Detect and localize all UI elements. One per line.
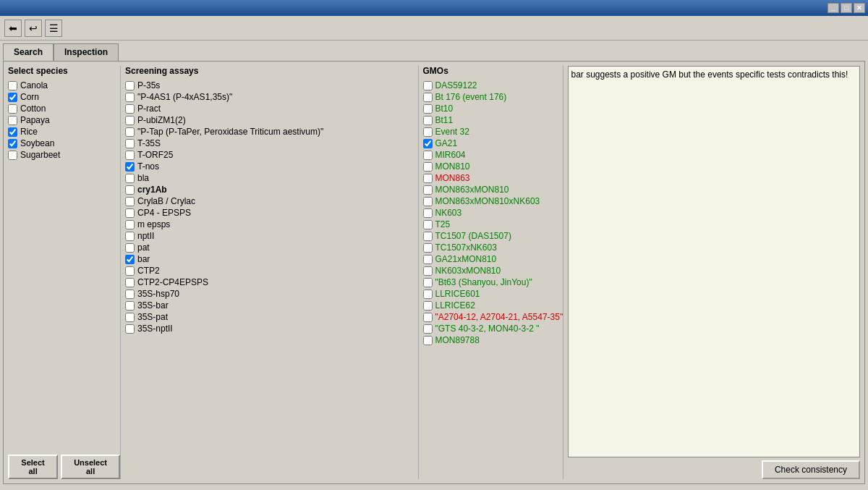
assay-checkbox-0[interactable] [125,81,135,90]
assay-checkbox-12[interactable] [125,220,135,229]
assay-checkbox-17[interactable] [125,278,135,287]
assay-checkbox-13[interactable] [125,232,135,241]
gmo-checkbox-7[interactable] [423,162,433,172]
species-label-1: Corn [20,92,39,102]
gmo-checkbox-20[interactable] [423,313,433,322]
gmo-checkbox-16[interactable] [423,266,433,276]
gmo-checkbox-19[interactable] [423,301,433,311]
gmo-checkbox-10[interactable] [423,197,433,206]
tab-search[interactable]: Search [3,43,54,61]
assay-checkbox-9[interactable] [125,185,135,195]
gmo-label-20: "A2704-12, A2704-21, A5547-35" [435,312,563,322]
assay-item: nptII [125,231,418,241]
gmo-checkbox-6[interactable] [423,151,433,160]
minimize-button[interactable]: _ [827,3,839,13]
refresh-button[interactable]: ↩ [25,20,42,37]
assay-item: CrylaB / Crylac [125,196,418,206]
species-label-4: Rice [20,127,38,137]
assay-item: "P-4AS1 (P-4xAS1,35s)" [125,92,418,102]
close-button[interactable]: ✕ [854,3,865,13]
gmo-label-19: LLRICE62 [435,300,475,311]
tab-inspection[interactable]: Inspection [54,43,119,61]
assay-checkbox-20[interactable] [125,313,135,322]
assay-checkbox-6[interactable] [125,151,135,160]
gmo-label-12: T25 [435,219,451,229]
assay-checkbox-11[interactable] [125,208,135,218]
assay-item: T-nos [125,161,418,172]
gmo-checkbox-13[interactable] [423,232,433,241]
assay-checkbox-7[interactable] [125,162,135,172]
species-checkbox-3[interactable] [8,116,17,125]
title-bar: _ □ ✕ [0,0,868,16]
assay-label-0: P-35s [137,80,160,90]
gmo-checkbox-11[interactable] [423,208,433,218]
assay-checkbox-15[interactable] [125,255,135,264]
gmo-checkbox-14[interactable] [423,243,433,253]
assay-checkbox-1[interactable] [125,93,135,102]
select-all-button[interactable]: Select all [8,455,58,479]
gmo-checkbox-8[interactable] [423,174,433,183]
assay-label-2: P-ract [137,104,161,114]
assay-item: CTP2 [125,266,418,276]
tab-bar: Search Inspection [3,43,865,61]
assay-label-17: CTP2-CP4EPSPS [137,277,208,287]
gmo-label-13: TC1507 (DAS1507) [435,231,511,241]
species-checkbox-6[interactable] [8,151,17,160]
gmo-item: MIR604 [423,150,563,160]
gmo-checkbox-21[interactable] [423,324,433,334]
assay-item: CTP2-CP4EPSPS [125,277,418,287]
assay-item: P-ubiZM1(2) [125,115,418,125]
assay-checkbox-14[interactable] [125,243,135,253]
gmo-checkbox-4[interactable] [423,127,433,137]
unselect-all-button[interactable]: Unselect all [61,455,120,479]
assay-item: P-ract [125,104,418,114]
species-column: Select species CanolaCornCottonPapayaRic… [8,66,120,479]
species-checkbox-0[interactable] [8,81,17,90]
gmo-checkbox-2[interactable] [423,104,433,114]
assay-checkbox-18[interactable] [125,290,135,299]
assay-checkbox-21[interactable] [125,324,135,334]
assay-label-16: CTP2 [137,266,160,276]
gmo-item: MON89788 [423,335,563,345]
species-item: Corn [8,92,120,102]
assay-item: 35S-pat [125,312,418,322]
species-checkbox-2[interactable] [8,104,17,114]
menu-button[interactable]: ☰ [45,20,62,37]
assay-checkbox-4[interactable] [125,127,135,137]
assay-checkbox-3[interactable] [125,116,135,125]
species-checkbox-5[interactable] [8,139,17,148]
back-button[interactable]: ⬅ [4,20,22,37]
maximize-button[interactable]: □ [841,3,852,13]
gmo-checkbox-5[interactable] [423,139,433,148]
gmo-checkbox-17[interactable] [423,278,433,287]
gmo-checkbox-1[interactable] [423,93,433,102]
gmo-checkbox-0[interactable] [423,81,433,90]
assay-checkbox-5[interactable] [125,139,135,148]
gmo-checkbox-15[interactable] [423,255,433,264]
assay-checkbox-10[interactable] [125,197,135,206]
assay-label-7: T-nos [137,161,159,172]
assay-label-14: pat [137,242,150,253]
species-label-0: Canola [20,80,48,90]
assay-checkbox-2[interactable] [125,104,135,114]
gmo-item: Bt 176 (event 176) [423,92,563,102]
gmo-checkbox-22[interactable] [423,336,433,345]
gmo-label-9: MON863xMON810 [435,185,509,195]
assay-checkbox-19[interactable] [125,301,135,311]
species-buttons: Select all Unselect all [8,455,120,479]
gmo-label-14: TC1507xNK603 [435,242,497,253]
gmo-checkbox-12[interactable] [423,220,433,229]
species-checkbox-1[interactable] [8,93,17,102]
gmo-item: MON810 [423,161,563,172]
check-consistency-button[interactable]: Check consistency [762,460,860,479]
info-text-area[interactable] [568,66,861,457]
gmo-checkbox-9[interactable] [423,185,433,195]
gmo-checkbox-3[interactable] [423,116,433,125]
assay-checkbox-16[interactable] [125,266,135,276]
assay-item: bla [125,173,418,183]
assay-checkbox-8[interactable] [125,174,135,183]
gmo-checkbox-18[interactable] [423,290,433,299]
bottom-right: Check consistency [568,460,861,479]
assay-item: 35S-hsp70 [125,289,418,299]
species-checkbox-4[interactable] [8,127,17,137]
